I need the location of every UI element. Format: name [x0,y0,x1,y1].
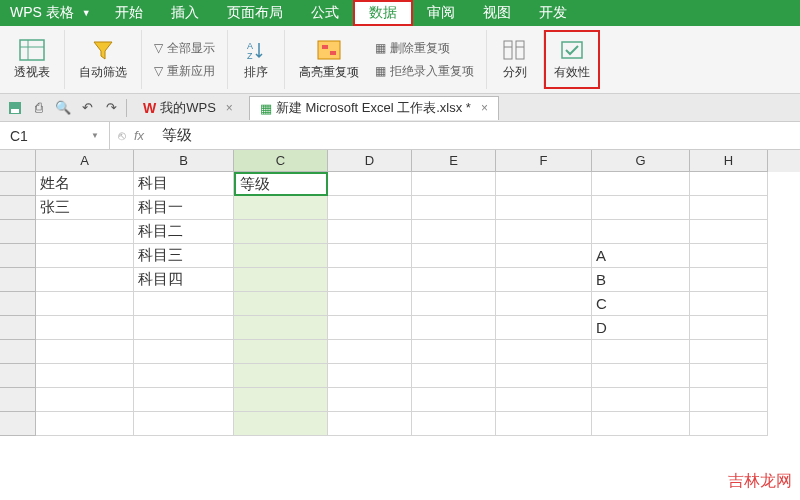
save-icon[interactable] [6,99,24,117]
cell[interactable] [496,268,592,292]
row-header[interactable] [0,340,36,364]
preview-icon[interactable]: 🔍 [54,99,72,117]
tab-my-wps[interactable]: W 我的WPS × [133,96,243,120]
cell[interactable] [134,292,234,316]
cell[interactable] [234,292,328,316]
cell[interactable] [412,244,496,268]
cell[interactable]: C [592,292,690,316]
cell[interactable] [328,292,412,316]
row-header[interactable] [0,388,36,412]
row-header[interactable] [0,412,36,436]
cell[interactable] [690,292,768,316]
cell[interactable] [328,340,412,364]
cell[interactable] [690,172,768,196]
col-header-d[interactable]: D [328,150,412,172]
cell[interactable] [496,196,592,220]
row-header[interactable] [0,364,36,388]
row-header[interactable] [0,220,36,244]
cell[interactable] [592,340,690,364]
tab-insert[interactable]: 插入 [157,0,213,26]
cell[interactable] [328,316,412,340]
cell[interactable] [328,172,412,196]
tab-current-doc[interactable]: ▦ 新建 Microsoft Excel 工作表.xlsx * × [249,96,499,120]
cell[interactable] [328,412,412,436]
cell[interactable] [36,340,134,364]
cell[interactable] [234,196,328,220]
col-header-g[interactable]: G [592,150,690,172]
cell[interactable] [234,316,328,340]
cell[interactable] [234,412,328,436]
cell[interactable] [134,340,234,364]
link-icon[interactable]: ⎋ [118,128,126,143]
cell[interactable] [134,364,234,388]
cell[interactable] [412,412,496,436]
col-header-c[interactable]: C [234,150,328,172]
reject-dup-button[interactable]: ▦ 拒绝录入重复项 [371,61,478,82]
show-all-button[interactable]: ▽ 全部显示 [150,38,219,59]
cell[interactable] [36,292,134,316]
fx-icon[interactable]: fx [134,128,144,143]
cell[interactable] [690,268,768,292]
app-dropdown-icon[interactable]: ▼ [78,8,91,18]
cell[interactable] [412,220,496,244]
cell[interactable] [690,340,768,364]
cell[interactable] [234,364,328,388]
cell[interactable] [496,412,592,436]
cell[interactable] [412,364,496,388]
cell[interactable] [234,244,328,268]
pivot-table-button[interactable]: 透视表 [8,36,56,83]
cell[interactable] [36,412,134,436]
cell[interactable] [412,316,496,340]
col-header-h[interactable]: H [690,150,768,172]
tab-review[interactable]: 审阅 [413,0,469,26]
cell[interactable] [36,364,134,388]
cell[interactable]: A [592,244,690,268]
cell[interactable] [496,316,592,340]
cell[interactable] [496,364,592,388]
cell[interactable]: 科目二 [134,220,234,244]
cell[interactable] [134,388,234,412]
close-icon[interactable]: × [226,101,233,115]
text-to-columns-button[interactable]: 分列 [495,36,535,83]
cell[interactable] [592,220,690,244]
cell[interactable]: D [592,316,690,340]
cell[interactable] [690,220,768,244]
cell[interactable] [412,196,496,220]
cell[interactable] [134,412,234,436]
autofilter-button[interactable]: 自动筛选 [73,36,133,83]
row-header[interactable] [0,316,36,340]
cell[interactable] [328,268,412,292]
cell[interactable] [690,364,768,388]
cell[interactable] [36,220,134,244]
cell[interactable] [328,388,412,412]
tab-formulas[interactable]: 公式 [297,0,353,26]
data-validation-button[interactable]: 有效性 [548,36,596,83]
select-all-corner[interactable] [0,150,36,172]
remove-dup-button[interactable]: ▦ 删除重复项 [371,38,478,59]
cell[interactable] [690,388,768,412]
cell[interactable] [412,172,496,196]
close-icon[interactable]: × [481,101,488,115]
cell[interactable] [592,364,690,388]
cell[interactable] [496,292,592,316]
cell[interactable] [328,220,412,244]
highlight-dup-button[interactable]: 高亮重复项 [293,36,365,83]
col-header-e[interactable]: E [412,150,496,172]
cell[interactable] [234,268,328,292]
cell[interactable] [496,388,592,412]
cell[interactable]: B [592,268,690,292]
cell[interactable] [690,244,768,268]
cell[interactable] [36,268,134,292]
col-header-b[interactable]: B [134,150,234,172]
row-header[interactable] [0,292,36,316]
cell[interactable] [412,292,496,316]
cell[interactable] [690,316,768,340]
cell[interactable] [496,340,592,364]
tab-view[interactable]: 视图 [469,0,525,26]
cell[interactable]: 科目一 [134,196,234,220]
cell[interactable]: 张三 [36,196,134,220]
cell[interactable]: 姓名 [36,172,134,196]
cell[interactable] [412,268,496,292]
cell[interactable] [36,244,134,268]
cell[interactable]: 科目 [134,172,234,196]
